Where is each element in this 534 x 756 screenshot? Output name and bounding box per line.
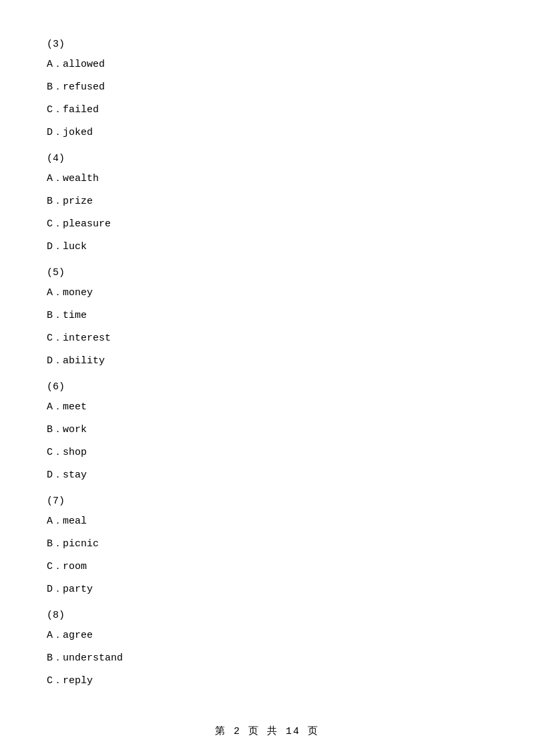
- question-number-q4: (4): [47, 153, 487, 164]
- option-q7-1[interactable]: B．picnic: [47, 536, 487, 552]
- footer-text: 第 2 页 共 14 页: [215, 726, 319, 737]
- question-number-q6: (6): [47, 381, 487, 393]
- option-q5-3[interactable]: D．ability: [47, 353, 487, 369]
- option-q4-2[interactable]: C．pleasure: [47, 216, 487, 232]
- option-q7-0[interactable]: A．meal: [47, 514, 487, 530]
- option-q7-2[interactable]: C．room: [47, 559, 487, 575]
- question-number-q7: (7): [47, 496, 487, 507]
- question-number-q3: (3): [47, 39, 487, 50]
- option-q6-1[interactable]: B．work: [47, 422, 487, 438]
- question-number-q5: (5): [47, 267, 487, 278]
- page-content: (3)A．allowedB．refusedC．failedD．joked(4)A…: [0, 0, 534, 736]
- question-number-q8: (8): [47, 610, 487, 621]
- option-q8-2[interactable]: C．reply: [47, 673, 487, 689]
- option-q3-0[interactable]: A．allowed: [47, 57, 487, 73]
- option-q5-0[interactable]: A．money: [47, 285, 487, 301]
- option-q8-1[interactable]: B．understand: [47, 650, 487, 667]
- option-q7-3[interactable]: D．party: [47, 582, 487, 598]
- option-q4-1[interactable]: B．prize: [47, 194, 487, 210]
- option-q6-2[interactable]: C．shop: [47, 445, 487, 461]
- option-q4-3[interactable]: D．luck: [47, 239, 487, 255]
- option-q3-3[interactable]: D．joked: [47, 125, 487, 141]
- option-q5-1[interactable]: B．time: [47, 308, 487, 324]
- page-footer: 第 2 页 共 14 页: [0, 725, 534, 737]
- option-q3-1[interactable]: B．refused: [47, 79, 487, 96]
- option-q6-3[interactable]: D．stay: [47, 467, 487, 484]
- option-q3-2[interactable]: C．failed: [47, 102, 487, 118]
- option-q5-2[interactable]: C．interest: [47, 331, 487, 347]
- option-q6-0[interactable]: A．meet: [47, 399, 487, 415]
- option-q8-0[interactable]: A．agree: [47, 628, 487, 644]
- option-q4-0[interactable]: A．wealth: [47, 171, 487, 187]
